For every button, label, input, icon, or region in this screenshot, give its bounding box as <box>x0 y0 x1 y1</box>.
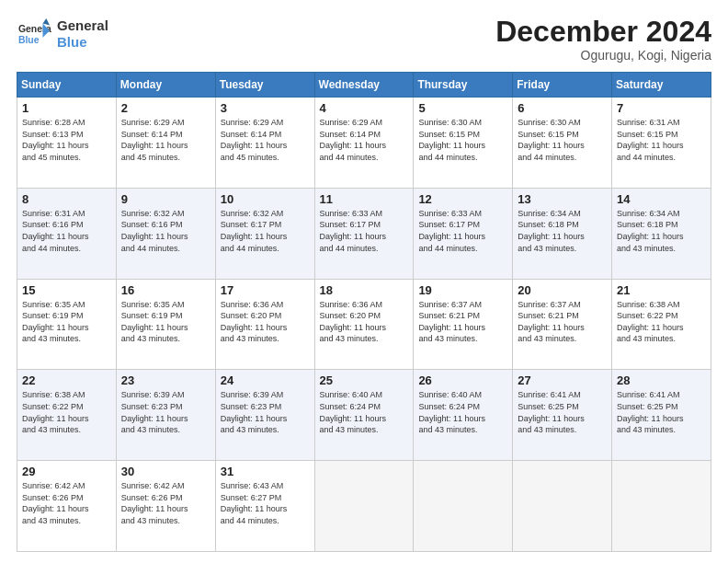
day-info: Sunrise: 6:34 AM Sunset: 6:18 PM Dayligh… <box>518 208 607 254</box>
day-info: Sunrise: 6:42 AM Sunset: 6:26 PM Dayligh… <box>22 480 111 526</box>
day-number: 3 <box>221 101 310 115</box>
calendar-header-row: Sunday Monday Tuesday Wednesday Thursday… <box>17 73 711 98</box>
day-number: 22 <box>22 373 111 387</box>
calendar-row-3: 15Sunrise: 6:35 AM Sunset: 6:19 PM Dayli… <box>17 279 711 370</box>
table-row: 22Sunrise: 6:38 AM Sunset: 6:22 PM Dayli… <box>17 370 117 461</box>
table-row: 4Sunrise: 6:29 AM Sunset: 6:14 PM Daylig… <box>314 98 414 189</box>
day-number: 14 <box>617 192 706 206</box>
day-number: 20 <box>518 283 607 297</box>
day-info: Sunrise: 6:40 AM Sunset: 6:24 PM Dayligh… <box>418 389 507 435</box>
day-number: 15 <box>22 283 111 297</box>
table-row: 16Sunrise: 6:35 AM Sunset: 6:19 PM Dayli… <box>116 279 215 370</box>
table-row: 5Sunrise: 6:30 AM Sunset: 6:15 PM Daylig… <box>414 98 513 189</box>
table-row: 13Sunrise: 6:34 AM Sunset: 6:18 PM Dayli… <box>513 188 612 279</box>
table-row: 17Sunrise: 6:36 AM Sunset: 6:20 PM Dayli… <box>215 279 314 370</box>
day-info: Sunrise: 6:36 AM Sunset: 6:20 PM Dayligh… <box>221 299 310 345</box>
day-info: Sunrise: 6:37 AM Sunset: 6:21 PM Dayligh… <box>418 299 507 345</box>
day-info: Sunrise: 6:29 AM Sunset: 6:14 PM Dayligh… <box>121 117 210 163</box>
calendar-row-4: 22Sunrise: 6:38 AM Sunset: 6:22 PM Dayli… <box>17 370 711 461</box>
table-row: 20Sunrise: 6:37 AM Sunset: 6:21 PM Dayli… <box>513 279 612 370</box>
day-info: Sunrise: 6:41 AM Sunset: 6:25 PM Dayligh… <box>518 389 607 435</box>
title-area: December 2024 Ogurugu, Kogi, Nigeria <box>495 17 711 63</box>
day-info: Sunrise: 6:41 AM Sunset: 6:25 PM Dayligh… <box>617 389 706 435</box>
day-info: Sunrise: 6:36 AM Sunset: 6:20 PM Dayligh… <box>320 299 409 345</box>
day-number: 17 <box>221 283 310 297</box>
svg-text:Blue: Blue <box>18 35 40 45</box>
day-info: Sunrise: 6:38 AM Sunset: 6:22 PM Dayligh… <box>617 299 706 345</box>
logo-blue: Blue <box>57 34 108 51</box>
day-number: 30 <box>121 465 210 478</box>
day-number: 23 <box>121 373 210 387</box>
col-friday: Friday <box>513 73 612 98</box>
day-number: 19 <box>418 283 507 297</box>
calendar-row-2: 8Sunrise: 6:31 AM Sunset: 6:16 PM Daylig… <box>17 188 711 279</box>
day-info: Sunrise: 6:35 AM Sunset: 6:19 PM Dayligh… <box>121 299 210 345</box>
day-number: 10 <box>221 192 310 206</box>
day-number: 28 <box>617 373 706 387</box>
day-number: 4 <box>320 101 409 115</box>
month-title: December 2024 <box>495 17 711 46</box>
table-row: 1Sunrise: 6:28 AM Sunset: 6:13 PM Daylig… <box>17 98 117 189</box>
header: General Blue General Blue December 2024 … <box>17 17 711 63</box>
day-info: Sunrise: 6:29 AM Sunset: 6:14 PM Dayligh… <box>320 117 409 163</box>
table-row: 8Sunrise: 6:31 AM Sunset: 6:16 PM Daylig… <box>17 188 117 279</box>
day-info: Sunrise: 6:32 AM Sunset: 6:17 PM Dayligh… <box>221 208 310 254</box>
day-number: 2 <box>121 101 210 115</box>
day-number: 12 <box>418 192 507 206</box>
page: General Blue General Blue December 2024 … <box>0 0 728 563</box>
day-info: Sunrise: 6:33 AM Sunset: 6:17 PM Dayligh… <box>418 208 507 254</box>
day-number: 11 <box>320 192 409 206</box>
table-row <box>513 461 612 552</box>
table-row: 27Sunrise: 6:41 AM Sunset: 6:25 PM Dayli… <box>513 370 612 461</box>
day-info: Sunrise: 6:37 AM Sunset: 6:21 PM Dayligh… <box>518 299 607 345</box>
day-info: Sunrise: 6:39 AM Sunset: 6:23 PM Dayligh… <box>221 389 310 435</box>
table-row: 15Sunrise: 6:35 AM Sunset: 6:19 PM Dayli… <box>17 279 117 370</box>
table-row: 3Sunrise: 6:29 AM Sunset: 6:14 PM Daylig… <box>215 98 314 189</box>
day-number: 8 <box>22 192 111 206</box>
day-info: Sunrise: 6:40 AM Sunset: 6:24 PM Dayligh… <box>320 389 409 435</box>
table-row: 18Sunrise: 6:36 AM Sunset: 6:20 PM Dayli… <box>314 279 414 370</box>
day-info: Sunrise: 6:30 AM Sunset: 6:15 PM Dayligh… <box>518 117 607 163</box>
day-info: Sunrise: 6:42 AM Sunset: 6:26 PM Dayligh… <box>121 480 210 526</box>
table-row: 29Sunrise: 6:42 AM Sunset: 6:26 PM Dayli… <box>17 461 117 552</box>
day-number: 6 <box>518 101 607 115</box>
table-row: 12Sunrise: 6:33 AM Sunset: 6:17 PM Dayli… <box>414 188 513 279</box>
day-number: 7 <box>617 101 706 115</box>
table-row: 10Sunrise: 6:32 AM Sunset: 6:17 PM Dayli… <box>215 188 314 279</box>
table-row: 23Sunrise: 6:39 AM Sunset: 6:23 PM Dayli… <box>116 370 215 461</box>
table-row: 30Sunrise: 6:42 AM Sunset: 6:26 PM Dayli… <box>116 461 215 552</box>
day-number: 24 <box>221 373 310 387</box>
col-tuesday: Tuesday <box>215 73 314 98</box>
logo-icon: General Blue <box>17 17 51 52</box>
day-info: Sunrise: 6:38 AM Sunset: 6:22 PM Dayligh… <box>22 389 111 435</box>
day-info: Sunrise: 6:34 AM Sunset: 6:18 PM Dayligh… <box>617 208 706 254</box>
logo: General Blue General Blue <box>17 17 108 52</box>
col-thursday: Thursday <box>414 73 513 98</box>
table-row: 28Sunrise: 6:41 AM Sunset: 6:25 PM Dayli… <box>612 370 711 461</box>
table-row: 25Sunrise: 6:40 AM Sunset: 6:24 PM Dayli… <box>314 370 414 461</box>
table-row: 24Sunrise: 6:39 AM Sunset: 6:23 PM Dayli… <box>215 370 314 461</box>
day-info: Sunrise: 6:43 AM Sunset: 6:27 PM Dayligh… <box>221 480 310 526</box>
day-info: Sunrise: 6:30 AM Sunset: 6:15 PM Dayligh… <box>418 117 507 163</box>
day-info: Sunrise: 6:29 AM Sunset: 6:14 PM Dayligh… <box>221 117 310 163</box>
day-number: 27 <box>518 373 607 387</box>
day-info: Sunrise: 6:28 AM Sunset: 6:13 PM Dayligh… <box>22 117 111 163</box>
day-number: 21 <box>617 283 706 297</box>
day-number: 1 <box>22 101 111 115</box>
day-info: Sunrise: 6:31 AM Sunset: 6:16 PM Dayligh… <box>22 208 111 254</box>
logo-text: General <box>57 17 108 34</box>
day-number: 5 <box>418 101 507 115</box>
col-sunday: Sunday <box>17 73 117 98</box>
table-row: 31Sunrise: 6:43 AM Sunset: 6:27 PM Dayli… <box>215 461 314 552</box>
table-row: 19Sunrise: 6:37 AM Sunset: 6:21 PM Dayli… <box>414 279 513 370</box>
table-row <box>314 461 414 552</box>
day-number: 9 <box>121 192 210 206</box>
col-monday: Monday <box>116 73 215 98</box>
day-number: 31 <box>221 465 310 478</box>
col-saturday: Saturday <box>612 73 711 98</box>
day-info: Sunrise: 6:32 AM Sunset: 6:16 PM Dayligh… <box>121 208 210 254</box>
day-number: 13 <box>518 192 607 206</box>
location: Ogurugu, Kogi, Nigeria <box>495 48 711 63</box>
calendar-row-1: 1Sunrise: 6:28 AM Sunset: 6:13 PM Daylig… <box>17 98 711 189</box>
table-row: 14Sunrise: 6:34 AM Sunset: 6:18 PM Dayli… <box>612 188 711 279</box>
